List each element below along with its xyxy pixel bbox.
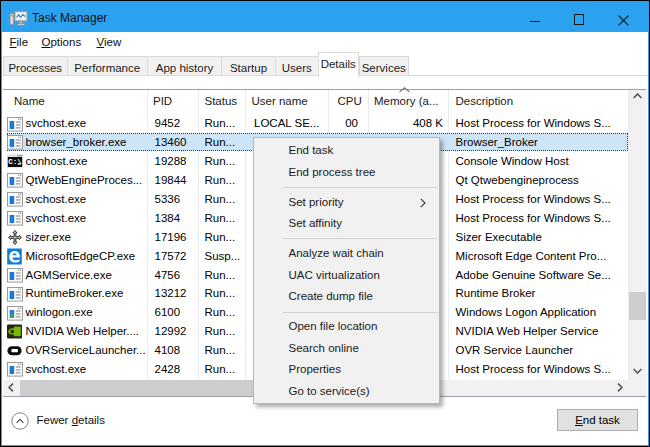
svg-text:C:\: C:\ — [8, 158, 22, 166]
